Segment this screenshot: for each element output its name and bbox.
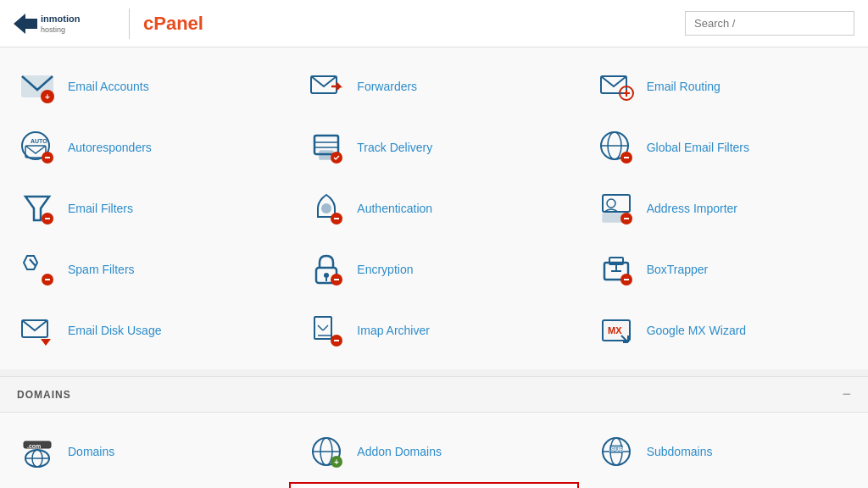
svg-line-54 xyxy=(318,325,323,330)
svg-text:.com: .com xyxy=(27,443,41,449)
domains-section-title: DOMAINS xyxy=(17,389,71,401)
zone-editor-item[interactable]: ✎ Zone Editor xyxy=(579,482,868,488)
spam-filters-icon xyxy=(17,249,58,290)
global-email-filters-label: Global Email Filters xyxy=(647,141,749,154)
spam-filters-label: Spam Filters xyxy=(68,263,135,276)
autoresponders-item[interactable]: AUTO Autoresponders xyxy=(0,117,289,178)
svg-text:MX: MX xyxy=(608,325,622,336)
svg-line-55 xyxy=(323,325,328,330)
addon-domains-icon: + xyxy=(306,431,347,472)
track-delivery-icon xyxy=(306,127,347,168)
svg-text:hosting: hosting xyxy=(41,25,65,34)
email-filters-item[interactable]: Email Filters xyxy=(0,178,289,239)
subdomains-item[interactable]: .SUB Subdomains xyxy=(579,421,868,482)
svg-text:+: + xyxy=(334,458,339,467)
forwarders-label: Forwarders xyxy=(357,80,417,93)
google-mx-wizard-icon: MX xyxy=(596,310,637,351)
main-content: + Email Accounts Forwarders xyxy=(0,47,868,488)
subdomains-icon: .SUB xyxy=(596,431,637,472)
inmotion-logo-svg: inmotion hosting xyxy=(14,8,115,39)
logo-area: inmotion hosting cPanel xyxy=(14,8,203,39)
email-routing-label: Email Routing xyxy=(647,80,721,93)
address-importer-item[interactable]: Address Importer xyxy=(579,178,868,239)
svg-point-41 xyxy=(324,273,329,278)
svg-rect-28 xyxy=(45,218,50,219)
domains-label: Domains xyxy=(68,445,114,458)
forwarders-item[interactable]: Forwarders xyxy=(289,56,578,117)
domains-section-header: DOMAINS − xyxy=(0,376,868,413)
authentication-icon xyxy=(306,188,347,229)
google-mx-wizard-item[interactable]: MX Google MX Wizard xyxy=(579,300,868,361)
autoresponders-label: Autoresponders xyxy=(68,141,152,154)
boxtrapper-icon xyxy=(596,249,637,290)
boxtrapper-item[interactable]: BoxTrapper xyxy=(579,239,868,300)
email-filters-icon xyxy=(17,188,58,229)
svg-rect-31 xyxy=(334,218,339,219)
svg-line-37 xyxy=(30,259,36,266)
svg-marker-0 xyxy=(14,14,37,34)
google-mx-wizard-label: Google MX Wizard xyxy=(647,324,746,337)
svg-marker-52 xyxy=(41,339,51,346)
svg-rect-44 xyxy=(334,279,339,280)
svg-point-33 xyxy=(607,199,615,208)
domains-section: DOMAINS − .com Domains xyxy=(0,376,868,488)
domains-item[interactable]: .com Domains xyxy=(0,421,289,482)
cpanel-logo: cPanel xyxy=(130,13,203,35)
domains-collapse-button[interactable]: − xyxy=(842,385,851,403)
encryption-icon xyxy=(306,249,347,290)
svg-text:inmotion: inmotion xyxy=(41,14,81,24)
encryption-item[interactable]: Encryption xyxy=(289,239,578,300)
email-accounts-label: Email Accounts xyxy=(68,80,149,93)
svg-text:.SUB: .SUB xyxy=(609,446,623,452)
svg-text:AUTO: AUTO xyxy=(31,138,47,144)
email-disk-usage-icon xyxy=(17,310,58,351)
search-area[interactable] xyxy=(685,11,854,36)
svg-rect-50 xyxy=(624,279,629,280)
cpanel-text: cPanel xyxy=(143,13,203,34)
address-importer-label: Address Importer xyxy=(647,202,737,215)
email-items-grid: + Email Accounts Forwarders xyxy=(0,47,868,369)
forwarders-icon xyxy=(306,66,347,107)
imap-archiver-icon xyxy=(306,310,347,351)
domains-items-grid: .com Domains + xyxy=(0,413,868,488)
email-routing-item[interactable]: Email Routing xyxy=(579,56,868,117)
authentication-item[interactable]: Authentication xyxy=(289,178,578,239)
encryption-label: Encryption xyxy=(357,263,413,276)
global-email-filters-icon xyxy=(596,127,637,168)
imap-archiver-item[interactable]: Imap Archiver xyxy=(289,300,578,361)
svg-text:+: + xyxy=(45,92,50,102)
email-disk-usage-item[interactable]: Email Disk Usage xyxy=(0,300,289,361)
spam-filters-item[interactable]: Spam Filters xyxy=(0,239,289,300)
address-importer-icon xyxy=(596,188,637,229)
redirects-item[interactable]: Redirects xyxy=(289,482,578,488)
addon-domains-label: Addon Domains xyxy=(357,445,442,458)
email-accounts-item[interactable]: + Email Accounts xyxy=(0,56,289,117)
global-email-filters-item[interactable]: Global Email Filters xyxy=(579,117,868,178)
inmotion-logo: inmotion hosting xyxy=(14,8,130,39)
email-section: + Email Accounts Forwarders xyxy=(0,47,868,369)
imap-archiver-label: Imap Archiver xyxy=(357,324,430,337)
email-accounts-icon: + xyxy=(17,66,58,107)
svg-rect-15 xyxy=(45,157,50,158)
search-input[interactable] xyxy=(685,11,854,36)
email-filters-label: Email Filters xyxy=(68,202,133,215)
addon-domains-item[interactable]: + Addon Domains xyxy=(289,421,578,482)
authentication-label: Authentication xyxy=(357,202,432,215)
track-delivery-item[interactable]: Track Delivery xyxy=(289,117,578,178)
domains-icon: .com xyxy=(17,431,58,472)
subdomains-label: Subdomains xyxy=(647,445,713,458)
svg-rect-36 xyxy=(624,218,629,219)
aliases-item[interactable]: Aliases xyxy=(0,482,289,488)
boxtrapper-label: BoxTrapper xyxy=(647,263,709,276)
email-disk-usage-label: Email Disk Usage xyxy=(68,324,161,337)
svg-rect-25 xyxy=(624,157,629,158)
email-routing-icon xyxy=(596,66,637,107)
top-bar: inmotion hosting cPanel xyxy=(0,0,868,47)
svg-rect-39 xyxy=(45,279,50,280)
svg-point-29 xyxy=(321,203,331,214)
svg-rect-58 xyxy=(334,340,339,341)
autoresponders-icon: AUTO xyxy=(17,127,58,168)
track-delivery-label: Track Delivery xyxy=(357,141,432,154)
